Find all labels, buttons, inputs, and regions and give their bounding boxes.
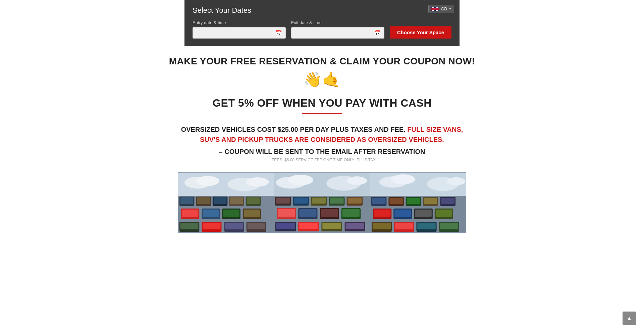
svg-rect-47 [330,198,344,204]
svg-rect-76 [390,198,403,204]
svg-rect-59 [276,223,295,229]
choose-space-button[interactable]: Choose Your Space [390,26,451,39]
exit-date-input-wrapper: 📅 [291,27,384,39]
svg-point-5 [246,177,269,187]
svg-rect-8 [180,197,194,204]
chevron-down-icon: ▾ [449,7,451,11]
lang-label: GB [441,6,447,11]
svg-rect-10 [197,197,210,204]
cash-offer-headline: GET 5% OFF WHEN YOU PAY WITH CASH [7,97,637,109]
oversized-notice: OVERSIZED VEHICLES COST $25.00 PER DAY P… [178,124,466,145]
hand-icons: 👋🤙 [7,72,637,87]
svg-rect-14 [230,197,243,204]
svg-rect-63 [322,223,341,229]
parking-lot-image-1 [178,172,274,233]
reservation-headline: MAKE YOUR FREE RESERVATION & CLAIM YOUR … [7,56,637,67]
svg-rect-41 [276,198,290,204]
scroll-to-top-button[interactable]: ▲ [623,312,636,325]
svg-rect-18 [182,210,198,217]
parking-lot-image-2 [274,172,370,233]
oversized-text-part1: OVERSIZED VEHICLES COST $25.00 PER DAY P… [181,126,408,133]
language-selector[interactable]: GB ▾ [428,5,454,13]
svg-rect-28 [203,223,220,229]
svg-rect-26 [180,223,198,229]
svg-rect-43 [294,198,308,204]
coupon-notice: – COUPON WILL BE SENT TO THE EMAIL AFTER… [7,148,637,156]
svg-rect-16 [247,197,260,204]
svg-point-69 [391,174,415,184]
svg-rect-92 [373,223,391,229]
entry-date-input-wrapper: 📅 [193,27,286,39]
svg-rect-45 [312,198,326,204]
svg-rect-84 [374,210,390,217]
uk-flag-icon [431,7,439,11]
svg-rect-65 [345,223,364,229]
svg-rect-22 [223,210,239,217]
svg-rect-61 [299,223,318,229]
svg-rect-57 [342,209,359,217]
parking-photo-2 [274,172,370,233]
svg-point-36 [288,175,313,185]
svg-rect-24 [244,210,260,217]
svg-rect-74 [372,198,386,204]
svg-rect-12 [214,197,227,204]
date-fields-row: Entry date & time 📅 Exit date & time 📅 C… [193,20,451,39]
svg-rect-55 [321,209,338,217]
red-divider [302,113,342,114]
svg-rect-88 [415,210,432,217]
svg-rect-86 [394,210,411,217]
parking-lot-image-3 [370,172,466,233]
svg-rect-96 [418,223,436,229]
svg-point-38 [347,176,367,185]
booking-bar: Select Your Dates GB ▾ Entry date & time… [184,0,460,46]
main-content: MAKE YOUR FREE RESERVATION & CLAIM YOUR … [0,46,644,233]
svg-rect-53 [299,209,316,217]
svg-rect-82 [441,198,455,204]
entry-date-input[interactable] [193,27,272,38]
svg-point-3 [196,176,219,186]
svg-rect-32 [248,223,265,229]
exit-date-input[interactable] [291,27,371,38]
parking-photo-row [178,172,466,233]
svg-rect-94 [395,223,413,229]
entry-date-label: Entry date & time [193,20,286,25]
exit-date-group: Exit date & time 📅 [291,20,384,39]
entry-date-group: Entry date & time 📅 [193,20,286,39]
fees-notice: – FEES: $6.00 SERVICE FEE ONE TIME ONLY … [7,158,637,162]
calendar-icon-exit[interactable]: 📅 [371,28,384,38]
svg-rect-51 [278,209,295,217]
svg-rect-78 [407,198,420,204]
svg-rect-20 [203,210,219,217]
calendar-icon-entry[interactable]: 📅 [272,28,285,38]
parking-photo-3 [370,172,466,233]
parking-photo-1 [178,172,274,233]
svg-rect-90 [436,210,452,217]
svg-rect-30 [225,223,243,229]
svg-point-71 [447,177,466,185]
svg-rect-49 [347,198,362,204]
svg-rect-98 [440,223,458,229]
exit-date-label: Exit date & time [291,20,384,25]
booking-bar-title: Select Your Dates [193,6,451,15]
svg-rect-80 [424,198,437,204]
